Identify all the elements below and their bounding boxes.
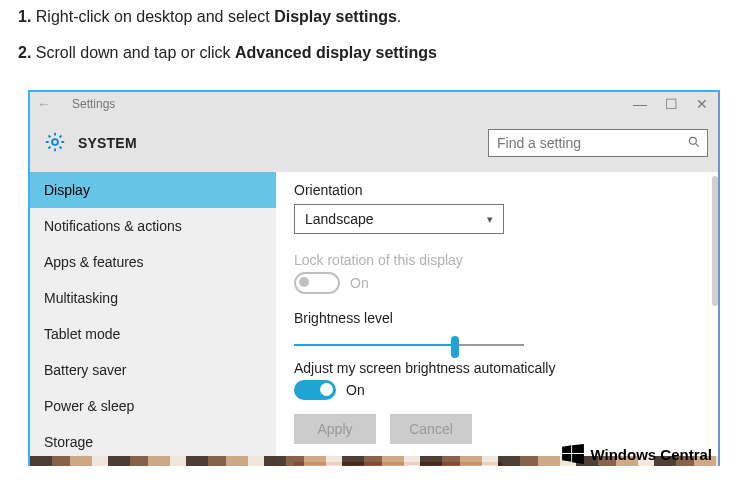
windows-central-logo: Windows Central	[562, 444, 712, 464]
search-icon	[687, 135, 701, 152]
lock-rotation-label: Lock rotation of this display	[294, 252, 700, 268]
settings-sidebar: Display Notifications & actions Apps & f…	[30, 172, 276, 466]
close-icon[interactable]: ✕	[696, 96, 708, 112]
sidebar-item-power-sleep[interactable]: Power & sleep	[30, 388, 276, 424]
svg-marker-4	[573, 444, 585, 453]
system-label: SYSTEM	[78, 135, 137, 151]
settings-window: ← Settings — ☐ ✕ SYSTEM Find a setting D…	[28, 90, 720, 466]
slider-thumb-icon[interactable]	[451, 336, 459, 358]
brightness-slider[interactable]	[294, 344, 524, 346]
settings-content: Orientation Landscape ▾ Lock rotation of…	[276, 172, 718, 466]
settings-header: SYSTEM Find a setting	[30, 116, 718, 172]
svg-marker-5	[563, 454, 572, 462]
window-titlebar: ← Settings — ☐ ✕	[30, 92, 718, 116]
search-placeholder: Find a setting	[497, 135, 581, 151]
auto-brightness-toggle[interactable]	[294, 380, 336, 400]
maximize-icon[interactable]: ☐	[665, 96, 678, 112]
svg-marker-6	[573, 454, 585, 464]
svg-point-1	[689, 137, 696, 144]
sidebar-item-multitasking[interactable]: Multitasking	[30, 280, 276, 316]
svg-marker-3	[563, 445, 572, 453]
lock-rotation-toggle	[294, 272, 340, 294]
svg-line-2	[695, 143, 698, 146]
auto-brightness-label: Adjust my screen brightness automaticall…	[294, 360, 700, 376]
back-arrow-icon[interactable]: ←	[34, 96, 54, 112]
instruction-step-1: 1. Right-click on desktop and select Dis…	[18, 8, 732, 26]
sidebar-item-notifications[interactable]: Notifications & actions	[30, 208, 276, 244]
chevron-down-icon: ▾	[487, 213, 493, 226]
sidebar-item-storage[interactable]: Storage	[30, 424, 276, 460]
content-scrollbar[interactable]	[712, 176, 718, 306]
window-title: Settings	[72, 97, 115, 111]
minimize-icon[interactable]: —	[633, 96, 647, 112]
instruction-step-2: 2. Scroll down and tap or click Advanced…	[18, 44, 732, 62]
sidebar-item-tablet-mode[interactable]: Tablet mode	[30, 316, 276, 352]
lock-rotation-state: On	[350, 275, 369, 291]
search-input[interactable]: Find a setting	[488, 129, 708, 157]
orientation-value: Landscape	[305, 211, 374, 227]
cancel-button: Cancel	[390, 414, 472, 444]
auto-brightness-state: On	[346, 382, 365, 398]
sidebar-item-apps[interactable]: Apps & features	[30, 244, 276, 280]
sidebar-item-display[interactable]: Display	[30, 172, 276, 208]
gear-icon	[44, 131, 66, 156]
svg-point-0	[52, 139, 58, 145]
sidebar-item-battery-saver[interactable]: Battery saver	[30, 352, 276, 388]
brightness-label: Brightness level	[294, 310, 700, 326]
orientation-label: Orientation	[294, 182, 700, 198]
orientation-dropdown[interactable]: Landscape ▾	[294, 204, 504, 234]
apply-button: Apply	[294, 414, 376, 444]
